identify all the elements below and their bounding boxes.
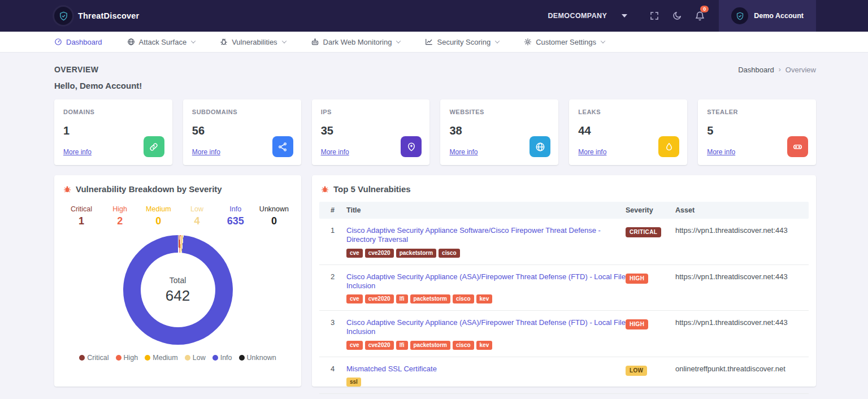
severity-breakdown-panel: Vulnerability Breakdown by Severity Crit… xyxy=(54,175,301,387)
map-pin-plus-icon xyxy=(401,136,422,157)
nav-item-attack-surface[interactable]: Attack Surface xyxy=(127,38,196,46)
tag-badge: packetstorm xyxy=(410,341,450,350)
nav-item-dark-web-monitoring[interactable]: Dark Web Monitoring xyxy=(311,38,401,46)
nav-item-customer-settings[interactable]: Customer Settings xyxy=(524,38,605,46)
legend-label: Unknown xyxy=(247,354,276,362)
account-menu[interactable]: Demo Account xyxy=(719,0,816,32)
bug-icon xyxy=(321,185,329,193)
robot-icon xyxy=(311,38,319,46)
chevron-down-icon xyxy=(396,38,401,43)
stat-card-ips: IPS 35 More info xyxy=(312,99,430,165)
severity-stat-value: 0 xyxy=(144,215,173,227)
row-title-cell: Mismatched SSL Certificate ssl xyxy=(346,365,626,387)
topbar: ThreatDiscover DEMOCOMPANY 0 xyxy=(0,0,868,32)
company-selector[interactable]: DEMOCOMPANY xyxy=(548,12,627,20)
row-title-cell: Cisco Adaptive Security Appliance (ASA)/… xyxy=(346,272,626,304)
stat-card-stealer: STEALER 5 More info xyxy=(698,99,816,165)
tag-badge: lfi xyxy=(396,294,408,303)
breadcrumb-dashboard[interactable]: Dashboard xyxy=(738,66,774,74)
chart-legend: Critical High Medium Low Info Unknown xyxy=(54,354,301,362)
stat-card-value: 38 xyxy=(449,124,549,137)
legend-dot xyxy=(116,355,121,361)
gear-icon xyxy=(524,38,532,46)
vuln-title-link[interactable]: Mismatched SSL Certificate xyxy=(346,365,626,374)
legend-dot xyxy=(145,355,150,361)
legend-item-low[interactable]: Low xyxy=(185,354,206,362)
severity-stats-row: Critical 1 High 2 Medium 0 Low 4 Info xyxy=(54,194,301,227)
severity-stat-value: 4 xyxy=(183,215,212,227)
greeting: Hello, Demo Account! xyxy=(54,81,816,90)
legend-label: High xyxy=(124,354,138,362)
severity-donut-chart: Total 642 xyxy=(123,235,233,345)
tag-badge: ssl xyxy=(346,378,361,387)
avatar xyxy=(731,7,748,24)
dark-mode-button[interactable] xyxy=(666,0,688,32)
row-num: 1 xyxy=(319,226,346,235)
tag-badge: cisco xyxy=(439,249,460,258)
more-info-link[interactable]: More info xyxy=(63,148,92,156)
nav-item-security-scoring[interactable]: Security Scoring xyxy=(425,38,499,46)
top5-panel-title: Top 5 Vulnerabities xyxy=(333,184,411,194)
company-name: DEMOCOMPANY xyxy=(548,12,607,20)
severity-badge: HIGH xyxy=(626,274,648,284)
more-info-link[interactable]: More info xyxy=(578,148,606,156)
severity-stat-label: Info xyxy=(221,205,250,213)
stat-card-value: 35 xyxy=(321,124,421,137)
table-header: # Title Severity Asset xyxy=(319,202,809,219)
chevron-down-icon xyxy=(622,14,627,18)
severity-stat-value: 635 xyxy=(221,215,250,227)
vuln-title-link[interactable]: Cisco Adaptive Security Appliance (ASA)/… xyxy=(346,318,626,337)
table-row: 5 Expired SSL Certificate ssl LOW vpn1.t… xyxy=(319,394,809,399)
legend-item-high[interactable]: High xyxy=(116,354,138,362)
row-title-cell: Cisco Adaptive Security Appliance Softwa… xyxy=(346,226,626,258)
table-row: 1 Cisco Adaptive Security Appliance Soft… xyxy=(319,219,809,265)
fullscreen-button[interactable] xyxy=(643,0,666,32)
tag-list: cvecve2020lfipacketstormciscokev xyxy=(346,294,626,303)
nav-item-dashboard[interactable]: Dashboard xyxy=(54,38,102,46)
more-info-link[interactable]: More info xyxy=(192,148,220,156)
vuln-title-link[interactable]: Cisco Adaptive Security Appliance Softwa… xyxy=(346,226,626,245)
severity-stat-label: High xyxy=(105,205,134,213)
severity-stat-unknown: Unknown 0 xyxy=(259,205,289,227)
stat-card-label: DOMAINS xyxy=(63,109,163,115)
nav-item-vulnerabilities[interactable]: Vulnerabilities xyxy=(220,38,285,46)
severity-stat-value: 1 xyxy=(67,215,96,227)
legend-item-critical[interactable]: Critical xyxy=(79,354,108,362)
more-info-link[interactable]: More info xyxy=(321,148,349,156)
bug-icon xyxy=(220,38,228,46)
row-num: 2 xyxy=(319,272,346,281)
legend-item-info[interactable]: Info xyxy=(212,354,232,362)
legend-dot xyxy=(79,355,85,361)
breadcrumb-separator: › xyxy=(779,66,781,73)
breadcrumb-current: Overview xyxy=(785,66,816,74)
severity-badge: CRITICAL xyxy=(626,227,661,237)
legend-label: Info xyxy=(220,354,232,362)
top5-table-body: 1 Cisco Adaptive Security Appliance Soft… xyxy=(319,219,809,399)
legend-item-medium[interactable]: Medium xyxy=(145,354,177,362)
stat-card-value: 56 xyxy=(192,124,292,137)
tag-badge: cisco xyxy=(453,341,474,350)
tag-badge: cve2020 xyxy=(365,341,394,350)
notifications-button[interactable]: 0 xyxy=(688,0,711,32)
more-info-link[interactable]: More info xyxy=(707,148,735,156)
tag-badge: kev xyxy=(476,294,493,303)
nav-label: Dashboard xyxy=(66,38,102,46)
tag-list: cvecve2020packetstormcisco xyxy=(346,249,626,258)
more-info-link[interactable]: More info xyxy=(449,148,478,156)
app-logo-shield-icon xyxy=(54,7,72,25)
legend-item-unknown[interactable]: Unknown xyxy=(239,354,276,362)
col-header-asset: Asset xyxy=(675,202,809,219)
legend-label: Medium xyxy=(153,354,177,362)
tag-badge: packetstorm xyxy=(410,294,450,303)
globe-icon xyxy=(127,38,135,46)
fullscreen-icon xyxy=(649,11,659,21)
donut-center-label: Total xyxy=(170,276,186,285)
stat-card-label: SUBDOMAINS xyxy=(192,109,292,115)
gauge-icon xyxy=(54,38,62,46)
tag-badge: cve xyxy=(346,341,363,350)
vuln-title-link[interactable]: Cisco Adaptive Security Appliance (ASA)/… xyxy=(346,272,626,291)
globe-icon xyxy=(530,136,550,157)
top5-table: # Title Severity Asset 1 Cisco Adaptive … xyxy=(319,202,809,399)
brand[interactable]: ThreatDiscover xyxy=(54,7,139,25)
row-asset: https://vpn1.threatdiscover.net:443 xyxy=(675,272,809,281)
